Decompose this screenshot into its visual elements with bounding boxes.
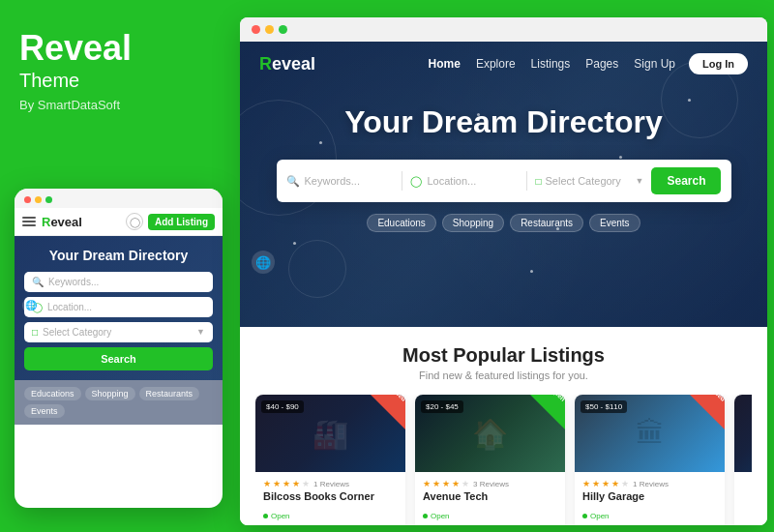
star-icon: ★: [423, 479, 431, 488]
mobile-logo-r: R: [42, 215, 50, 229]
location-placeholder: Location...: [427, 175, 476, 187]
add-listing-button[interactable]: Add Listing: [148, 214, 215, 230]
listing-card-2[interactable]: 🏠 $20 - $45 Open ★ ★ ★ ★ ★ 3 Reviews: [415, 395, 565, 525]
card-ribbon-text-2: Open: [550, 395, 565, 402]
mobile-dot-green: [45, 196, 52, 203]
keywords-field[interactable]: 🔍 Keywords...: [286, 175, 395, 188]
mobile-tag-educations[interactable]: Educations: [24, 387, 81, 400]
desktop-tag-restaurants[interactable]: Restaurants: [510, 214, 583, 232]
category-field[interactable]: □ Select Category ▼: [535, 175, 643, 187]
mobile-mockup: Reveal ◯ Add Listing Your Dream Director…: [15, 189, 223, 508]
browser-dot-green: [279, 25, 287, 34]
nav-link-listings[interactable]: Listings: [531, 57, 571, 71]
popular-title: Most Popular Listings: [255, 344, 752, 367]
nav-link-home[interactable]: Home: [429, 57, 461, 71]
globe-button[interactable]: 🌐: [252, 251, 275, 274]
desktop-nav-links: Home Explore Listings Pages Sign Up: [429, 57, 675, 71]
brand-subtitle: Theme: [19, 70, 218, 92]
card-status-text-2: Open: [431, 512, 450, 520]
desktop-hero-title: Your Dream Directory: [269, 104, 738, 140]
location-icon: ◯: [410, 175, 422, 188]
nav-link-pages[interactable]: Pages: [585, 57, 618, 71]
mobile-dot-red: [24, 196, 31, 203]
card-reviews-1: 1 Reviews: [313, 480, 349, 488]
card-reviews-3: 1 Reviews: [633, 480, 669, 488]
mobile-globe-icon[interactable]: 🌐: [22, 297, 40, 314]
star-icon: ★: [592, 479, 600, 488]
mobile-keywords-field[interactable]: 🔍 Keywords...: [24, 272, 213, 292]
card-stars-1: ★ ★ ★ ★ ★ 1 Reviews: [263, 479, 398, 488]
mobile-tag-shopping[interactable]: Shopping: [85, 387, 135, 400]
card-status-2: Open: [423, 512, 450, 520]
left-panel: Reveal Theme By SmartDataSoft Reveal ◯ A…: [0, 0, 237, 532]
mobile-tag-restaurants[interactable]: Restaurants: [139, 387, 200, 400]
desktop-tag-events[interactable]: Events: [589, 214, 640, 232]
status-dot-3: [582, 514, 587, 518]
mobile-keywords-placeholder: Keywords...: [48, 277, 99, 287]
right-panel: Reveal Home Explore Listings Pages Sign …: [240, 17, 767, 525]
hamburger-icon[interactable]: [22, 217, 36, 226]
card-image-2: 🏠 $20 - $45 Open: [415, 395, 565, 472]
location-field[interactable]: ◯ Location...: [410, 175, 519, 188]
nav-link-signup[interactable]: Sign Up: [634, 57, 675, 71]
mobile-nav-right: ◯ Add Listing: [126, 213, 215, 230]
listing-card-3[interactable]: 🏛 $50 - $110 Closed ★ ★ ★ ★ ★ 1 Reviews: [575, 395, 725, 525]
star-icon: ★: [582, 479, 590, 488]
card-categories-3: Automotives +1: [582, 524, 717, 525]
star-icon: ★: [292, 479, 300, 488]
mobile-location-field[interactable]: ◯ Location...: [24, 297, 213, 317]
chevron-down-icon: ▼: [196, 327, 205, 337]
card-name-1: Bilcoss Books Corner: [263, 490, 398, 502]
desktop-logo: Reveal: [259, 54, 315, 74]
mobile-tag-events[interactable]: Events: [24, 404, 65, 418]
desktop-hero: Reveal Home Explore Listings Pages Sign …: [240, 42, 767, 327]
card-reviews-2: 3 Reviews: [473, 480, 509, 488]
desktop-hero-content: Your Dream Directory 🔍 Keywords... ◯ Loc…: [240, 104, 767, 232]
star-icon: ★: [611, 479, 619, 488]
brand-title: Reveal: [19, 29, 218, 68]
hero-circle-3: [288, 240, 346, 298]
card-ribbon-text-1: Closed: [387, 395, 405, 402]
star-icon: ★: [461, 479, 469, 488]
mobile-category-field[interactable]: □ Select Category ▼: [24, 322, 213, 342]
card-image-4-partial: [734, 395, 752, 472]
card-status-text-3: Open: [590, 512, 610, 520]
star-icon: ★: [432, 479, 440, 488]
desktop-tag-shopping[interactable]: Shopping: [442, 214, 504, 232]
card-status-text-1: Open: [271, 512, 290, 520]
card-stars-2: ★ ★ ★ ★ ★ 3 Reviews: [423, 479, 557, 488]
star-icon: ★: [602, 479, 610, 488]
search-icon: 🔍: [286, 175, 300, 188]
mobile-search-button[interactable]: Search: [24, 347, 213, 370]
desktop-search-button[interactable]: Search: [651, 167, 721, 194]
card-ribbon-1: Closed: [369, 395, 405, 431]
card-body-4-partial: [734, 472, 752, 485]
mobile-hero: Your Dream Directory 🔍 Keywords... ◯ Loc…: [15, 236, 223, 380]
card-stars-3: ★ ★ ★ ★ ★ 1 Reviews: [582, 479, 717, 488]
nav-link-explore[interactable]: Explore: [476, 57, 516, 71]
listing-card-1[interactable]: 🏭 $40 - $90 Closed ★ ★ ★ ★ ★ 1 Reviews: [255, 395, 405, 525]
category-placeholder: Select Category: [546, 175, 621, 187]
logo-text: eveal: [272, 54, 315, 74]
browser-bar: [240, 17, 767, 42]
card-price-3: $50 - $110: [580, 400, 627, 413]
category-icon: □: [535, 176, 541, 187]
brand-by: By SmartDataSoft: [19, 98, 218, 112]
mobile-nav-left: Reveal: [22, 215, 82, 229]
card-ribbon-2: Open: [528, 395, 565, 431]
desktop-tag-educations[interactable]: Educations: [367, 214, 435, 232]
mobile-location-placeholder: Location...: [47, 302, 92, 312]
login-button[interactable]: Log In: [689, 53, 748, 74]
mobile-logo: Reveal: [42, 215, 82, 229]
mobile-nav: Reveal ◯ Add Listing: [15, 208, 223, 236]
search-divider-2: [526, 171, 527, 191]
snow-dot: [530, 270, 533, 273]
desktop-nav: Reveal Home Explore Listings Pages Sign …: [240, 42, 767, 86]
card-ribbon-3: Closed: [688, 395, 725, 431]
search-icon: 🔍: [32, 277, 44, 287]
mobile-hero-title: Your Dream Directory: [24, 248, 213, 264]
card-body-2: ★ ★ ★ ★ ★ 3 Reviews Avenue Tech Open Acc…: [415, 472, 565, 525]
browser-dot-yellow: [265, 25, 274, 34]
user-icon[interactable]: ◯: [126, 213, 143, 230]
listing-card-4-partial: [734, 395, 752, 525]
